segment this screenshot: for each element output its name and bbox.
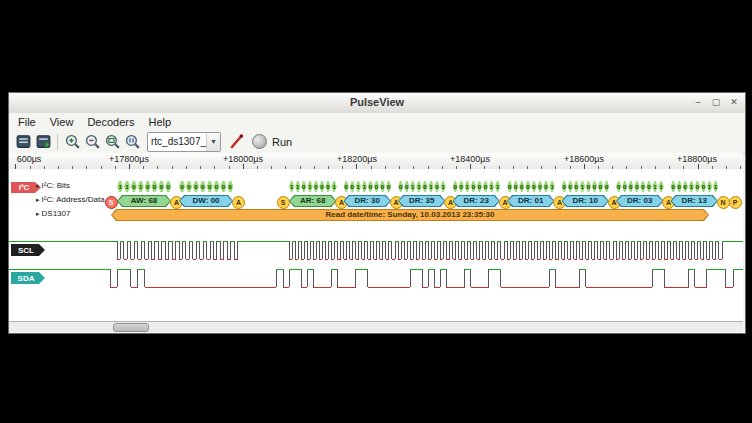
zoom-out-button[interactable] bbox=[82, 132, 102, 152]
i2c-bit-annotation: 1 bbox=[410, 181, 415, 192]
i2c-repeated-start-annotation: S bbox=[277, 196, 290, 209]
run-button[interactable]: Run bbox=[252, 134, 292, 149]
probe-config-button[interactable] bbox=[226, 132, 246, 152]
i2c-bit-annotation: 0 bbox=[483, 181, 488, 192]
i2c-bit-annotation: 0 bbox=[200, 181, 206, 192]
i2c-bit-annotation: 0 bbox=[165, 181, 171, 192]
toolbar-separator bbox=[57, 134, 58, 150]
i2c-bit-annotation: 0 bbox=[227, 181, 233, 192]
i2c-bit-annotation: 0 bbox=[513, 181, 518, 192]
expand-arrow-icon[interactable]: ▸ bbox=[36, 182, 40, 190]
i2c-nack-annotation: N bbox=[717, 196, 730, 209]
i2c-bit-annotation: 0 bbox=[695, 181, 700, 192]
i2c-bit-annotation: 0 bbox=[459, 181, 464, 192]
zoom-fit-button[interactable] bbox=[102, 132, 122, 152]
i2c-bit-annotation: 0 bbox=[677, 181, 682, 192]
menu-view[interactable]: View bbox=[43, 115, 81, 129]
i2c-bit-annotation: 0 bbox=[453, 181, 458, 192]
ruler-tick-label: 600µs bbox=[17, 154, 42, 164]
i2c-bit-annotation: 0 bbox=[628, 181, 633, 192]
session-file-select-value: rtc_ds1307_2 bbox=[148, 136, 206, 147]
save-icon bbox=[35, 133, 52, 150]
expand-arrow-icon[interactable]: ▸ bbox=[36, 196, 40, 204]
i2c-address-annotation: AW: 68 bbox=[117, 195, 171, 207]
i2c-bit-annotation: 1 bbox=[289, 181, 294, 192]
i2c-bit-annotation: 0 bbox=[646, 181, 651, 192]
run-indicator-icon bbox=[252, 134, 267, 149]
scl-channel-tag[interactable]: SCL bbox=[11, 244, 45, 256]
zoom-one-to-one-icon bbox=[124, 133, 141, 150]
i2c-stop-annotation: P bbox=[729, 196, 742, 209]
expand-arrow-icon[interactable]: ▸ bbox=[36, 210, 40, 218]
i2c-bit-annotation: 0 bbox=[386, 181, 391, 192]
open-button[interactable] bbox=[13, 132, 33, 152]
menu-file[interactable]: File bbox=[11, 115, 43, 129]
i2c-data-annotation: DR: 30 bbox=[344, 195, 391, 207]
chevron-down-icon: ▾ bbox=[206, 133, 220, 151]
i2c-bit-annotation: 0 bbox=[301, 181, 306, 192]
maximize-button[interactable]: ▢ bbox=[709, 95, 723, 110]
i2c-bit-annotation: 0 bbox=[131, 181, 137, 192]
i2c-bit-annotation: 0 bbox=[380, 181, 385, 192]
ruler-tick-label: +17800µs bbox=[109, 154, 149, 164]
title-bar[interactable]: PulseView – ▢ ✕ bbox=[9, 93, 745, 114]
screenshot-root: PulseView – ▢ ✕ File View Decoders Help bbox=[0, 0, 752, 423]
i2c-bit-annotation: 0 bbox=[368, 181, 373, 192]
i2c-bit-annotation: 0 bbox=[701, 181, 706, 192]
i2c-bit-annotation: 1 bbox=[549, 181, 554, 192]
i2c-bit-annotation: 0 bbox=[477, 181, 482, 192]
close-button[interactable]: ✕ bbox=[727, 95, 741, 110]
i2c-bit-annotation: 1 bbox=[295, 181, 300, 192]
zoom-fit-icon bbox=[104, 133, 121, 150]
i2c-bit-annotation: 0 bbox=[574, 181, 579, 192]
scrollbar-handle[interactable] bbox=[113, 323, 149, 332]
horizontal-scrollbar[interactable] bbox=[9, 321, 743, 332]
menu-decoders[interactable]: Decoders bbox=[80, 115, 141, 129]
i2c-bit-annotation: 0 bbox=[616, 181, 621, 192]
save-button[interactable] bbox=[33, 132, 53, 152]
run-button-label: Run bbox=[272, 136, 292, 148]
zoom-one-to-one-button[interactable] bbox=[122, 132, 142, 152]
i2c-bit-annotation: 0 bbox=[592, 181, 597, 192]
i2c-data-annotation-label: DW: 00 bbox=[180, 196, 232, 206]
pulseview-window: PulseView – ▢ ✕ File View Decoders Help bbox=[8, 92, 746, 334]
decoder-row-ds1307[interactable]: ▸ DS1307 bbox=[36, 209, 70, 218]
i2c-bit-annotation: 0 bbox=[207, 181, 213, 192]
ruler-tick-label: +18200µs bbox=[337, 154, 377, 164]
i2c-bit-annotation: 0 bbox=[325, 181, 330, 192]
session-file-select[interactable]: rtc_ds1307_2 ▾ bbox=[147, 132, 221, 152]
time-ruler[interactable]: 600µs+17800µs+18000µs+18200µs+18400µs+18… bbox=[9, 153, 743, 170]
i2c-bit-annotation: 0 bbox=[179, 181, 185, 192]
i2c-bit-annotation: 0 bbox=[683, 181, 688, 192]
i2c-bit-annotation: 0 bbox=[507, 181, 512, 192]
i2c-bit-annotation: 0 bbox=[145, 181, 151, 192]
zoom-out-icon bbox=[84, 133, 101, 150]
i2c-bit-annotation: 0 bbox=[398, 181, 403, 192]
i2c-bit-annotation: 1 bbox=[658, 181, 663, 192]
i2c-bit-annotation: 0 bbox=[586, 181, 591, 192]
decoder-row-bits[interactable]: ▸ I²C: Bits bbox=[36, 181, 70, 190]
i2c-bit-annotation: 0 bbox=[640, 181, 645, 192]
i2c-address-annotation-label: AW: 68 bbox=[118, 196, 170, 206]
i2c-data-annotation: DR: 10 bbox=[562, 195, 609, 207]
menu-help[interactable]: Help bbox=[141, 115, 178, 129]
i2c-bit-annotation: 0 bbox=[213, 181, 219, 192]
open-icon bbox=[15, 133, 32, 150]
i2c-bit-annotation: 0 bbox=[598, 181, 603, 192]
minimize-button[interactable]: – bbox=[691, 95, 705, 110]
i2c-bit-annotation: 0 bbox=[374, 181, 379, 192]
decoder-row-address-data[interactable]: ▸ I²C: Address/Data bbox=[36, 195, 105, 204]
i2c-bit-annotation: 0 bbox=[313, 181, 318, 192]
decoder-row-ds1307-label: DS1307 bbox=[42, 209, 71, 218]
zoom-in-button[interactable] bbox=[62, 132, 82, 152]
i2c-bit-annotation: 0 bbox=[434, 181, 439, 192]
sda-channel-tag[interactable]: SDA bbox=[11, 272, 45, 284]
trace-view[interactable]: SAW: 6811010000ADW: 0000000000ASAR: 6811… bbox=[9, 169, 743, 321]
i2c-data-annotation: DR: 13 bbox=[671, 195, 718, 207]
i2c-bit-annotation: 0 bbox=[525, 181, 530, 192]
zoom-in-icon bbox=[64, 133, 81, 150]
i2c-bit-annotation: 0 bbox=[220, 181, 226, 192]
i2c-address-annotation-label: AR: 68 bbox=[290, 196, 335, 206]
ruler-tick-label: +18600µs bbox=[564, 154, 604, 164]
i2c-bit-annotation: 1 bbox=[124, 181, 130, 192]
